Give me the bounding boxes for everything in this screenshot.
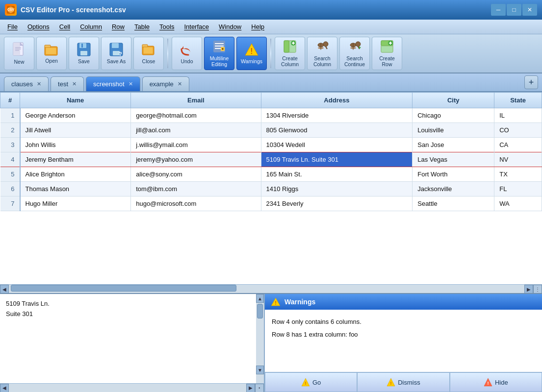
close-button[interactable]: ✕ [522,4,537,16]
horizontal-scrollbar[interactable]: ◀ ▶ ⋮ [0,284,542,293]
table-row[interactable]: 1George Andersongeorge@hotmail.com1304 R… [0,108,542,123]
row-email[interactable]: jill@aol.com [131,123,261,138]
row-num[interactable]: 2 [0,123,20,138]
row-address[interactable]: 1410 Riggs [261,182,413,196]
toolbar-close-button[interactable]: Close [133,37,164,70]
cell-vscroll-down[interactable]: ▼ [256,366,264,374]
row-name[interactable]: Jill Atwell [20,123,131,138]
row-state[interactable]: WA [494,196,542,211]
row-address[interactable]: 5109 Travis Ln. Suite 301 [261,152,413,167]
row-name[interactable]: John Willis [20,138,131,152]
row-state[interactable]: NV [494,152,542,167]
row-state[interactable]: CA [494,138,542,152]
warnings-go-button[interactable]: ! Go [265,372,357,392]
toolbar-search-col-button[interactable]: SearchColumn [307,37,337,70]
row-city[interactable]: Louisville [413,123,494,138]
row-email[interactable]: alice@sony.com [131,167,261,182]
row-state[interactable]: IL [494,108,542,123]
row-name[interactable]: George Anderson [20,108,131,123]
row-address[interactable]: 10304 Wedell [261,138,413,152]
table-row[interactable]: 2Jill Atwelljill@aol.com805 GlenwoodLoui… [0,123,542,138]
menu-options[interactable]: Options [23,21,54,32]
menu-row[interactable]: Row [107,21,129,32]
menu-interface[interactable]: Interface [179,21,214,32]
minimize-button[interactable]: ─ [491,4,506,16]
row-city[interactable]: Las Vegas [413,152,494,167]
row-email[interactable]: hugo@microsoft.com [131,196,261,211]
row-address[interactable]: 2341 Beverly [261,196,413,211]
row-city[interactable]: Fort Worth [413,167,494,182]
warnings-dismiss-button[interactable]: ! Dismiss [357,372,449,392]
row-num[interactable]: 4 [0,152,20,167]
menu-file[interactable]: File [2,21,23,32]
row-state[interactable]: CO [494,123,542,138]
toolbar-open-button[interactable]: Open [36,37,67,70]
tab-test[interactable]: test ✕ [51,76,84,91]
tab-clauses[interactable]: clauses ✕ [4,76,49,91]
menu-help[interactable]: Help [246,21,269,32]
tab-test-close[interactable]: ✕ [72,81,77,87]
row-num[interactable]: 1 [0,108,20,123]
table-row[interactable]: 7Hugo Millerhugo@microsoft.com2341 Bever… [0,196,542,211]
col-header-state[interactable]: State [494,93,542,108]
tab-clauses-close[interactable]: ✕ [37,81,41,87]
cell-editor-vscrollbar[interactable]: ▲ ▼ [256,294,264,383]
col-header-email[interactable]: Email [131,93,261,108]
col-header-city[interactable]: City [413,93,494,108]
row-num[interactable]: 6 [0,182,20,196]
cell-vscroll-thumb[interactable] [257,304,263,318]
toolbar-save-button[interactable]: Save [69,37,99,70]
cell-hscrollbar[interactable]: ◀ ▶ ▪ [0,383,264,392]
toolbar-create-col-button[interactable]: CreateColumn [275,37,305,70]
tab-screenshot-close[interactable]: ✕ [129,81,133,87]
maximize-button[interactable]: □ [507,4,521,16]
row-city[interactable]: Chicago [413,108,494,123]
row-state[interactable]: TX [494,167,542,182]
row-email[interactable]: tom@ibm.com [131,182,261,196]
table-scroll[interactable]: # Name Email Address City State 1George … [0,92,542,284]
toolbar-warnings-button[interactable]: ! Warnings [236,37,267,70]
toolbar-search-cont-button[interactable]: SearchContinue [339,37,370,70]
col-header-num[interactable]: # [0,93,20,108]
menu-cell[interactable]: Cell [54,21,75,32]
row-address[interactable]: 1304 Riverside [261,108,413,123]
row-num[interactable]: 7 [0,196,20,211]
toolbar-new-button[interactable]: New [4,37,34,70]
col-header-address[interactable]: Address [261,93,413,108]
table-row[interactable]: 6Thomas Masontom@ibm.com1410 RiggsJackso… [0,182,542,196]
row-state[interactable]: FL [494,182,542,196]
row-num[interactable]: 3 [0,138,20,152]
table-row[interactable]: 3John Willisj.willis@ymail.com10304 Wede… [0,138,542,152]
tab-screenshot[interactable]: screenshot ✕ [86,76,140,91]
row-email[interactable]: jeremy@yahoo.com [131,152,261,167]
toolbar-create-row-button[interactable]: CreateRow [372,37,402,70]
row-email[interactable]: george@hotmail.com [131,108,261,123]
menu-window[interactable]: Window [214,21,246,32]
tab-add-button[interactable]: + [524,75,538,89]
cell-vscroll-up[interactable]: ▲ [256,294,264,303]
row-name[interactable]: Hugo Miller [20,196,131,211]
row-email[interactable]: j.willis@ymail.com [131,138,261,152]
row-city[interactable]: Seattle [413,196,494,211]
hscroll-thumb[interactable] [11,285,236,292]
cell-hscroll-right[interactable]: ▶ [246,384,255,392]
table-row[interactable]: 4Jeremy Benthamjeremy@yahoo.com5109 Trav… [0,152,542,167]
hscroll-right-btn[interactable]: ▶ [524,285,533,294]
warnings-hide-button[interactable]: ! Hide [450,372,542,392]
menu-tools[interactable]: Tools [155,21,179,32]
row-name[interactable]: Jeremy Bentham [20,152,131,167]
tab-example-close[interactable]: ✕ [178,81,182,87]
hscroll-left-btn[interactable]: ◀ [0,285,9,294]
toolbar-saveas-button[interactable]: ? Save As [101,37,131,70]
row-city[interactable]: San Jose [413,138,494,152]
row-name[interactable]: Thomas Mason [20,182,131,196]
row-address[interactable]: 165 Main St. [261,167,413,182]
cell-hscroll-left[interactable]: ◀ [0,384,9,392]
toolbar-undo-button[interactable]: Undo [172,37,202,70]
menu-column[interactable]: Column [75,21,107,32]
menu-table[interactable]: Table [129,21,155,32]
cell-content-area[interactable]: 5109 Travis Ln. Suite 301 [0,294,264,383]
row-city[interactable]: Jacksonville [413,182,494,196]
col-header-name[interactable]: Name [20,93,131,108]
row-name[interactable]: Alice Brighton [20,167,131,182]
